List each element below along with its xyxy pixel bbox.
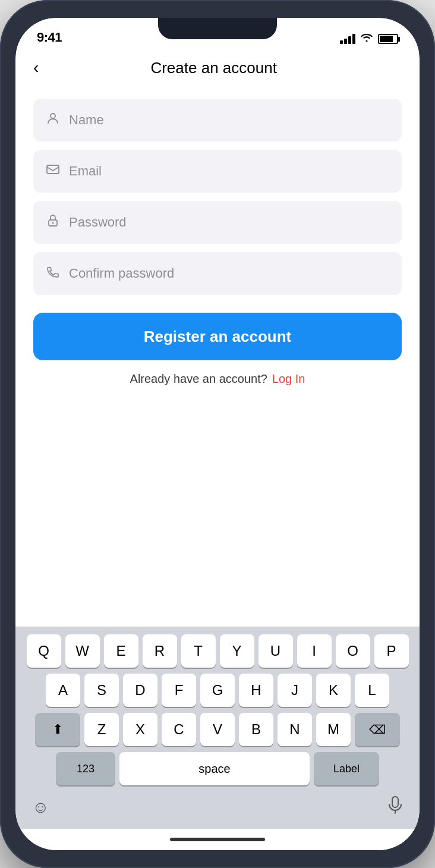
svg-rect-1 [47,165,59,174]
keyboard: Q W E R T Y U I O P A S D F G [15,627,420,829]
name-field-container [33,99,402,141]
email-field-container [33,150,402,193]
phone-frame: 9:41 [0,0,435,868]
register-button[interactable]: Register an account [33,313,402,360]
phone-icon [45,265,61,282]
key-m[interactable]: M [316,713,351,746]
header: ‹ Create an account [15,50,420,89]
key-x[interactable]: X [123,713,157,746]
key-numbers[interactable]: 123 [56,752,115,785]
key-v[interactable]: V [200,713,235,746]
password-input[interactable] [69,215,390,230]
name-input[interactable] [69,112,390,128]
key-w[interactable]: W [65,634,100,668]
key-h[interactable]: H [239,674,273,707]
key-d[interactable]: D [123,674,157,707]
mic-icon[interactable] [387,796,403,818]
login-prompt-text: Already have an account? [130,372,267,386]
lock-icon [45,213,61,231]
key-space[interactable]: space [119,752,310,785]
key-n[interactable]: N [278,713,312,746]
keyboard-row-3: ⬆ Z X C V B N M ⌫ [20,713,415,746]
email-input[interactable] [69,163,390,179]
home-indicator [15,829,420,850]
status-icons [340,33,398,45]
key-delete[interactable]: ⌫ [355,713,400,746]
back-button[interactable]: ‹ [33,56,43,80]
key-r[interactable]: R [143,634,177,668]
wifi-icon [360,33,373,45]
confirm-password-field-container [33,252,402,295]
signal-icon [340,34,355,44]
key-o[interactable]: O [336,634,370,668]
key-shift[interactable]: ⬆ [35,713,80,746]
svg-point-3 [52,222,54,224]
key-z[interactable]: Z [84,713,119,746]
key-g[interactable]: G [200,674,235,707]
screen: 9:41 [15,18,420,850]
keyboard-row-2: A S D F G H J K L [20,674,415,707]
phone-inner: 9:41 [15,18,420,850]
keyboard-row-1: Q W E R T Y U I O P [20,634,415,668]
key-k[interactable]: K [316,674,351,707]
confirm-password-input[interactable] [69,266,390,281]
key-c[interactable]: C [162,713,196,746]
emoji-icon[interactable]: ☺ [32,798,49,817]
key-y[interactable]: Y [220,634,254,668]
key-t[interactable]: T [181,634,216,668]
page-title: Create an account [49,59,378,77]
key-j[interactable]: J [278,674,312,707]
key-return[interactable]: Label [314,752,379,785]
user-icon [45,111,61,129]
battery-icon [378,34,398,44]
key-b[interactable]: B [239,713,273,746]
form-area: Register an account Already have an acco… [15,89,420,627]
status-time: 9:41 [37,30,62,45]
key-a[interactable]: A [46,674,80,707]
svg-point-0 [51,114,55,118]
key-s[interactable]: S [84,674,119,707]
key-i[interactable]: I [297,634,332,668]
email-icon [45,162,61,180]
key-l[interactable]: L [355,674,389,707]
home-bar [170,838,265,841]
key-q[interactable]: Q [27,634,61,668]
login-link-row: Already have an account? Log In [33,372,402,386]
key-e[interactable]: E [104,634,138,668]
login-link[interactable]: Log In [272,372,305,386]
key-u[interactable]: U [259,634,293,668]
password-field-container [33,201,402,244]
keyboard-row-4: 123 space Label [20,752,415,785]
notch [158,18,277,39]
key-f[interactable]: F [162,674,196,707]
keyboard-bottom: ☺ [20,791,415,826]
svg-rect-4 [392,797,398,807]
key-p[interactable]: P [374,634,409,668]
